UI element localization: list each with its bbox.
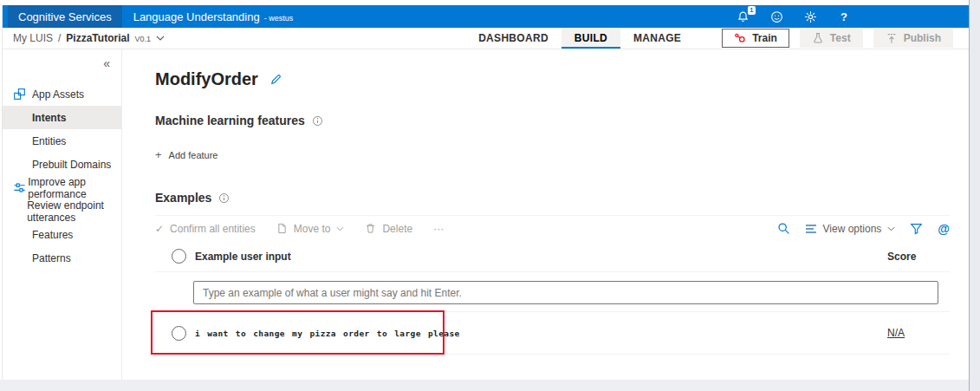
utterance-row-radio[interactable] bbox=[172, 326, 186, 341]
nav-right-group: DASHBOARD BUILD MANAGE Train Test bbox=[465, 28, 969, 49]
notification-badge: 1 bbox=[748, 6, 756, 15]
utterance-score-link[interactable]: N/A bbox=[880, 327, 950, 339]
ml-features-heading: Machine learning features bbox=[155, 114, 305, 127]
sidebar-item-prebuilt-domains[interactable]: Prebuilt Domains bbox=[3, 153, 121, 176]
product-label: Language Understanding bbox=[133, 10, 260, 23]
sidebar-item-label: Prebuilt Domains bbox=[32, 159, 111, 171]
tab-dashboard-label: DASHBOARD bbox=[478, 32, 548, 44]
sidebar-item-app-assets[interactable]: App Assets bbox=[3, 82, 121, 106]
ellipsis-icon: ··· bbox=[433, 223, 444, 235]
improve-performance-icon bbox=[13, 181, 28, 194]
view-options-label: View options bbox=[823, 223, 882, 235]
info-icon[interactable] bbox=[312, 115, 323, 127]
delete-button[interactable]: Delete bbox=[365, 223, 412, 235]
settings-gear-icon[interactable] bbox=[803, 10, 817, 23]
publish-icon bbox=[886, 32, 898, 44]
confirm-all-entities-button[interactable]: ✓ Confirm all entities bbox=[155, 223, 256, 235]
add-feature-label: Add feature bbox=[169, 150, 218, 160]
sidebar-item-review-endpoint-utterances[interactable]: Review endpoint utterances bbox=[3, 199, 121, 223]
tab-manage[interactable]: MANAGE bbox=[620, 28, 694, 49]
move-to-button[interactable]: Move to bbox=[276, 223, 345, 235]
sidebar-item-label: Improve app performance bbox=[28, 176, 121, 200]
sidebar-item-intents[interactable]: Intents bbox=[3, 106, 121, 129]
sidebar-item-label: Features bbox=[32, 229, 73, 241]
chevron-down-icon bbox=[887, 226, 895, 231]
breadcrumb: My LUIS / PizzaTutorial V0.1 bbox=[13, 32, 165, 44]
utterance-row-main: i want to change my pizza order to large… bbox=[155, 326, 880, 341]
confirm-all-entities-label: Confirm all entities bbox=[170, 223, 256, 235]
breadcrumb-app-name[interactable]: PizzaTutorial bbox=[66, 32, 129, 44]
breadcrumb-root[interactable]: My LUIS bbox=[13, 32, 53, 44]
app-window: Cognitive Services Language Understandin… bbox=[2, 5, 969, 380]
utterance-table-row[interactable]: i want to change my pizza order to large… bbox=[155, 311, 950, 355]
app-version-label: V0.1 bbox=[134, 35, 151, 43]
entity-at-icon[interactable]: @ bbox=[938, 222, 950, 236]
train-button[interactable]: Train bbox=[722, 29, 789, 48]
brand-segment[interactable]: Cognitive Services bbox=[8, 5, 122, 28]
sidebar-collapse-icon[interactable]: « bbox=[3, 49, 121, 70]
help-icon[interactable]: ? bbox=[837, 10, 851, 23]
sidebar-item-patterns[interactable]: Patterns bbox=[3, 246, 121, 270]
chevron-down-icon bbox=[336, 226, 344, 231]
select-all-radio[interactable] bbox=[172, 249, 186, 264]
notifications-icon[interactable]: 1 bbox=[736, 10, 750, 23]
sidebar-item-label: Intents bbox=[32, 112, 66, 124]
toolbar-right-group: View options @ bbox=[777, 222, 950, 236]
brand-label: Cognitive Services bbox=[18, 10, 112, 23]
examples-table-header: Example user input Score bbox=[155, 241, 950, 272]
luis-app-screen: Cognitive Services Language Understandin… bbox=[0, 0, 980, 391]
examples-heading-row: Examples bbox=[155, 191, 950, 205]
new-utterance-input-row bbox=[155, 272, 950, 310]
feedback-smiley-icon[interactable] bbox=[769, 10, 783, 23]
help-glyph: ? bbox=[840, 10, 847, 23]
filter-funnel-icon[interactable] bbox=[910, 223, 923, 235]
more-options-button[interactable]: ··· bbox=[433, 223, 444, 235]
column-score: Score bbox=[880, 251, 950, 263]
new-utterance-input[interactable] bbox=[193, 281, 938, 304]
train-icon bbox=[734, 32, 746, 44]
add-feature-button[interactable]: + Add feature bbox=[155, 148, 217, 161]
edit-pencil-icon[interactable] bbox=[269, 73, 282, 86]
breadcrumb-separator: / bbox=[58, 32, 61, 44]
version-chevron-down-icon[interactable] bbox=[156, 36, 165, 41]
header-main: Example user input bbox=[155, 249, 880, 264]
tab-build[interactable]: BUILD bbox=[561, 28, 620, 49]
tab-build-label: BUILD bbox=[574, 32, 607, 44]
sidebar-item-improve-app-performance[interactable]: Improve app performance bbox=[3, 176, 121, 199]
trash-icon bbox=[365, 223, 376, 234]
test-flask-icon bbox=[812, 32, 824, 44]
action-button-group: Train Test Publish bbox=[722, 29, 953, 48]
examples-toolbar: ✓ Confirm all entities Move to Delete bbox=[155, 215, 950, 241]
sidebar-item-entities[interactable]: Entities bbox=[3, 129, 121, 153]
page-title-row: ModifyOrder bbox=[155, 69, 950, 89]
tab-dashboard[interactable]: DASHBOARD bbox=[465, 28, 561, 49]
region-label: - westus bbox=[264, 14, 294, 23]
move-to-page-icon bbox=[276, 223, 288, 234]
test-button-label: Test bbox=[830, 32, 851, 44]
publish-button[interactable]: Publish bbox=[873, 29, 953, 48]
tab-manage-label: MANAGE bbox=[633, 32, 681, 44]
view-options-button[interactable]: View options bbox=[805, 223, 896, 235]
top-bar: Cognitive Services Language Understandin… bbox=[3, 5, 969, 28]
sidebar-item-label: Entities bbox=[32, 135, 66, 147]
examples-heading: Examples bbox=[155, 191, 211, 205]
product-title: Language Understanding - westus bbox=[133, 10, 294, 23]
nav-bar: My LUIS / PizzaTutorial V0.1 DASHBOARD B… bbox=[3, 28, 969, 49]
sidebar-item-features[interactable]: Features bbox=[3, 223, 121, 246]
publish-button-label: Publish bbox=[904, 32, 941, 44]
sidebar-nav: App Assets Intents Entities Prebuilt Dom… bbox=[3, 82, 121, 270]
column-example-user-input: Example user input bbox=[195, 251, 291, 263]
sidebar-item-label: App Assets bbox=[32, 88, 84, 101]
move-to-label: Move to bbox=[294, 223, 331, 235]
utterance-text[interactable]: i want to change my pizza order to large… bbox=[195, 329, 460, 338]
train-button-label: Train bbox=[752, 32, 777, 44]
sidebar-item-label: Review endpoint utterances bbox=[27, 199, 121, 224]
main-content: ModifyOrder Machine learning features + … bbox=[123, 49, 969, 380]
test-button[interactable]: Test bbox=[800, 29, 863, 48]
sidebar: « App Assets Intents Entities bbox=[3, 49, 122, 380]
info-icon[interactable] bbox=[218, 192, 230, 204]
app-assets-icon bbox=[13, 88, 32, 101]
search-icon[interactable] bbox=[777, 222, 790, 235]
window-right-gutter bbox=[969, 0, 980, 391]
list-lines-icon bbox=[805, 224, 817, 234]
